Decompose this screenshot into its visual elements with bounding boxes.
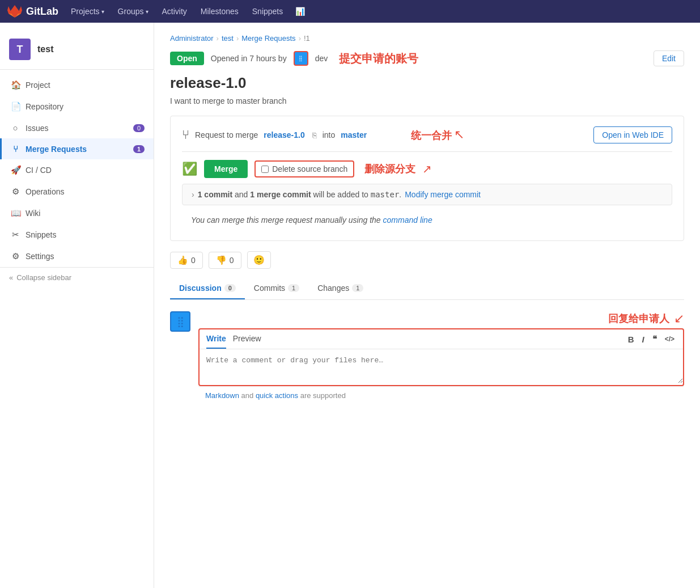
expand-icon[interactable]: › [192, 190, 194, 199]
reply-annotation-row: 回复给申请人 ↙ [198, 311, 684, 326]
discussion-area: ⣿ 回复给申请人 ↙ Write Preview B I ❝ [170, 300, 684, 404]
settings-icon: ⚙ [11, 251, 20, 261]
bold-button[interactable]: B [626, 335, 636, 344]
thumbs-down-icon: 👎 [216, 255, 227, 265]
sidebar-item-merge-requests[interactable]: ⑂ Merge Requests 1 [0, 138, 154, 159]
breadcrumb-current: !1 [304, 34, 310, 43]
commenter-avatar: ⣿ [170, 311, 190, 332]
comment-area: 回复给申请人 ↙ Write Preview B I ❝ </> [198, 311, 684, 404]
edit-button[interactable]: Edit [654, 50, 684, 66]
breadcrumb: Administrator › test › Merge Requests › … [170, 34, 684, 43]
tab-discussion[interactable]: Discussion 0 [170, 278, 245, 299]
navbar-logo[interactable]: GitLab [7, 3, 58, 19]
merge-requests-icon: ⑂ [11, 144, 20, 154]
comment-box: Write Preview B I ❝ </> [198, 328, 684, 386]
collapse-sidebar[interactable]: « Collapse sidebar [0, 267, 154, 287]
code-button[interactable]: </> [663, 335, 676, 343]
cicd-icon: 🚀 [11, 165, 20, 175]
breadcrumb-admin[interactable]: Administrator [170, 34, 214, 43]
navbar-activity[interactable]: Activity [156, 0, 193, 23]
write-tab[interactable]: Write [206, 334, 226, 349]
chart-icon[interactable]: 📊 [291, 7, 309, 16]
delete-annotation: 删除源分支 [364, 162, 415, 176]
opened-by-text: Opened in 7 hours by [211, 54, 287, 63]
sidebar-item-cicd[interactable]: 🚀 CI / CD [0, 159, 154, 181]
merge-annotation: 统一合并 [411, 130, 452, 141]
merge-branches-icon: ⑂ [182, 128, 189, 142]
quick-actions-link[interactable]: quick actions [256, 391, 298, 400]
wiki-icon: 📖 [11, 208, 20, 218]
merge-request-line: ⑂ Request to merge release-1.0 ⎘ into ma… [182, 126, 672, 143]
tab-commits[interactable]: Commits 1 [245, 278, 308, 299]
arrow-down-icon: ↙ [454, 128, 464, 142]
main-content: Administrator › test › Merge Requests › … [154, 23, 700, 588]
navbar-snippets[interactable]: Snippets [247, 0, 289, 23]
thumbs-up-count: 0 [191, 256, 196, 265]
source-branch-link[interactable]: release-1.0 [264, 130, 304, 139]
status-badge: Open [170, 52, 204, 65]
smiley-icon: 🙂 [253, 255, 265, 265]
merge-button[interactable]: Merge [204, 160, 248, 178]
breadcrumb-test[interactable]: test [222, 34, 234, 43]
gitlab-fox-icon [7, 3, 23, 19]
markdown-link[interactable]: Markdown [205, 391, 239, 400]
navbar-projects[interactable]: Projects ▾ [65, 0, 110, 23]
discussion-badge: 0 [224, 284, 236, 292]
comment-input[interactable] [200, 349, 683, 383]
navbar: GitLab Projects ▾ Groups ▾ Activity Mile… [0, 0, 700, 23]
quote-button[interactable]: ❝ [651, 334, 659, 344]
dev-avatar[interactable]: ⣿ [294, 51, 308, 66]
navbar-milestones[interactable]: Milestones [195, 0, 244, 23]
comment-toolbar: B I ❝ </> [626, 334, 676, 349]
mr-description: I want to merge to master branch [170, 96, 684, 105]
italic-button[interactable]: I [640, 335, 646, 344]
sidebar-item-operations[interactable]: ⚙ Operations [0, 181, 154, 202]
sidebar-item-wiki[interactable]: 📖 Wiki [0, 202, 154, 224]
chevron-down-icon: ▾ [101, 9, 104, 15]
delete-source-label: Delete source branch [272, 164, 347, 174]
sidebar-project: T test [0, 32, 154, 70]
target-branch-link[interactable]: master [341, 130, 367, 139]
collapse-icon: « [9, 273, 13, 282]
breadcrumb-merge-requests[interactable]: Merge Requests [241, 34, 295, 43]
sidebar-item-project[interactable]: 🏠 Project [0, 74, 154, 96]
sidebar-item-repository[interactable]: 📄 Repository [0, 96, 154, 117]
check-circle-icon: ✅ [182, 162, 197, 176]
operations-icon: ⚙ [11, 187, 20, 197]
sidebar-item-issues[interactable]: ○ Issues 0 [0, 117, 154, 138]
layout: T test 🏠 Project 📄 Repository ○ Issues 0… [0, 23, 700, 588]
merge-manual-row: You can merge this merge request manuall… [182, 210, 672, 230]
navbar-groups[interactable]: Groups ▾ [112, 0, 154, 23]
thumbs-down-button[interactable]: 👎 0 [209, 252, 241, 269]
merge-action-row: ✅ Merge Delete source branch 删除源分支 ↗ [182, 151, 672, 184]
sidebar-item-settings[interactable]: ⚙ Settings [0, 246, 154, 267]
issues-badge: 0 [133, 124, 145, 132]
merge-requests-badge: 1 [133, 145, 145, 153]
changes-badge: 1 [352, 284, 363, 292]
repository-icon: 📄 [11, 101, 20, 112]
command-line-link[interactable]: command line [383, 215, 432, 225]
into-text: into [323, 130, 336, 139]
emoji-button[interactable]: 🙂 [247, 251, 271, 269]
copy-icon[interactable]: ⎘ [312, 131, 317, 139]
sidebar-item-snippets[interactable]: ✂ Snippets [0, 224, 154, 246]
snippets-icon: ✂ [11, 230, 20, 240]
arrow-annotation-icon: ↗ [422, 162, 432, 176]
reactions-row: 👍 0 👎 0 🙂 [170, 251, 684, 269]
open-in-web-ide-button[interactable]: Open in Web IDE [593, 126, 672, 143]
markdown-note: Markdown and quick actions are supported [198, 386, 684, 404]
thumbs-down-count: 0 [230, 256, 234, 265]
issues-icon: ○ [11, 123, 20, 133]
account-annotation: 提交申请的账号 [339, 51, 418, 66]
commits-badge: 1 [288, 284, 299, 292]
thumbs-up-icon: 👍 [177, 255, 188, 265]
tab-changes[interactable]: Changes 1 [308, 278, 372, 299]
thumbs-up-button[interactable]: 👍 0 [170, 252, 203, 269]
preview-tab[interactable]: Preview [233, 334, 261, 349]
modify-merge-commit-link[interactable]: Modify merge commit [405, 190, 481, 199]
merge-info-box: ⑂ Request to merge release-1.0 ⎘ into ma… [170, 116, 684, 241]
status-row: Open Opened in 7 hours by ⣿ dev 提交申请的账号 … [170, 50, 684, 66]
arrow-reply-icon: ↙ [674, 311, 684, 326]
delete-source-checkbox[interactable] [261, 166, 269, 173]
navbar-brand-text: GitLab [26, 6, 58, 18]
